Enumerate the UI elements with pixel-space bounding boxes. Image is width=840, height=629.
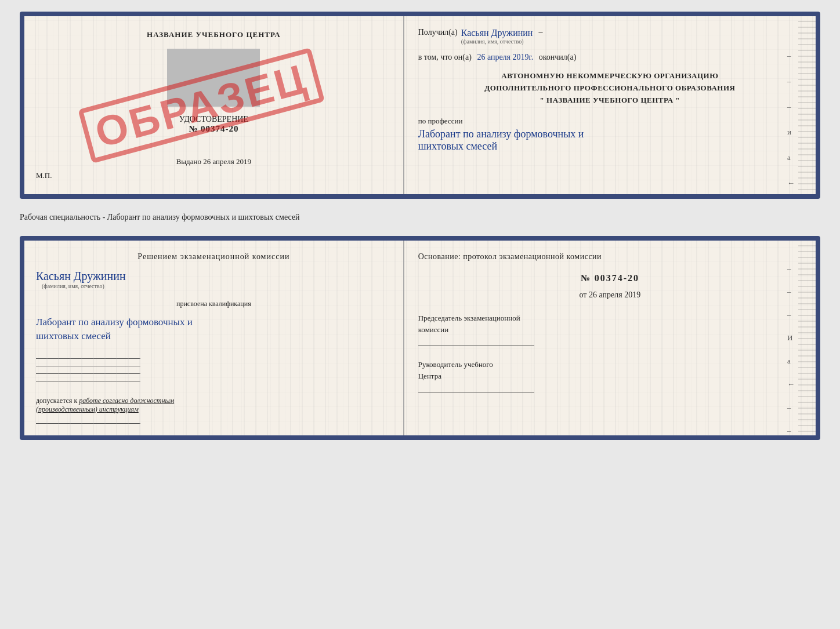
top-doc-right: Получил(а) Касьян Дружинин (фамилия, имя… <box>404 16 816 194</box>
bottom-fio-block: Касьян Дружинин (фамилия, имя, отчество) <box>36 267 392 289</box>
po-prof-label: по профессии <box>418 117 463 125</box>
separator-text: Рабочая специальность - Лаборант по анал… <box>20 208 820 227</box>
rukovoditel-sig-line <box>418 392 534 392</box>
ot-date: от 26 апреля 2019 <box>418 290 802 300</box>
poluchil-name-wrapper: Касьян Дружинин (фамилия, имя, отчество) <box>461 28 533 45</box>
dash-4: и <box>787 128 795 137</box>
dash-3: – <box>787 102 795 111</box>
kvalifikaciya-handwritten: Лаборант по анализу формовочных и шихтов… <box>36 315 392 343</box>
org-line1: АВТОНОМНУЮ НЕКОММЕРЧЕСКУЮ ОРГАНИЗАЦИЮ <box>418 70 802 82</box>
dash-1: – <box>787 51 795 60</box>
poluchil-name: Касьян Дружинин <box>461 28 533 38</box>
vtom-line: в том, что он(а) 26 апреля 2019г. окончи… <box>418 53 802 62</box>
protocol-number: № 00374-20 <box>418 273 802 283</box>
sig-line-4 <box>36 381 140 381</box>
rukovoditel-line2: Центра <box>418 372 441 380</box>
vydano-date: 26 апреля 2019 <box>203 157 251 166</box>
org-line2: ДОПОЛНИТЕЛЬНОГО ПРОФЕССИОНАЛЬНОГО ОБРАЗО… <box>418 82 802 94</box>
rukovoditel-line1: Руководитель учебного <box>418 360 493 369</box>
dash-2: – <box>787 77 795 86</box>
bottom-left-lines <box>36 355 392 381</box>
poluchil-line: Получил(а) Касьян Дружинин (фамилия, имя… <box>418 28 802 45</box>
ot-label: от <box>580 290 587 299</box>
sig-line-3 <box>36 373 140 374</box>
bottom-document: Решением экзаменационной комиссии Касьян… <box>20 236 820 440</box>
br-dash-1: – <box>787 264 795 273</box>
br-dash-3: – <box>787 310 795 319</box>
photo-placeholder <box>167 49 260 107</box>
org-block: АВТОНОМНУЮ НЕКОММЕРЧЕСКУЮ ОРГАНИЗАЦИЮ ДО… <box>418 70 802 106</box>
prof-name-handwritten: Лаборант по анализу формовочных и шихтов… <box>418 128 802 152</box>
vydano-text: Выдано <box>176 157 201 166</box>
top-document: НАЗВАНИЕ УЧЕБНОГО ЦЕНТРА УДОСТОВЕРЕНИЕ №… <box>20 12 820 199</box>
poluchil-label: Получил(а) <box>418 28 458 37</box>
prisvoena-label: присвоена квалификация <box>36 300 392 308</box>
sig-line-bottom <box>36 423 140 424</box>
vtom-date: 26 апреля 2019г. <box>477 53 533 61</box>
dopuskaetsya-block: допускается к работе согласно должностны… <box>36 397 392 414</box>
top-doc-left: НАЗВАНИЕ УЧЕБНОГО ЦЕНТРА УДОСТОВЕРЕНИЕ №… <box>24 16 404 194</box>
br-dash-5: а <box>787 357 795 366</box>
okonchil-label: окончил(а) <box>539 53 577 61</box>
bottom-doc-left: Решением экзаменационной комиссии Касьян… <box>24 241 404 435</box>
predsedatel-line1: Председатель экзаменационной <box>418 314 520 322</box>
po-professii-block: по профессии Лаборант по анализу формово… <box>418 117 802 152</box>
page-wrapper: НАЗВАНИЕ УЧЕБНОГО ЦЕНТРА УДОСТОВЕРЕНИЕ №… <box>20 12 820 440</box>
bottom-right-dashes: – – – И а ← – – – <box>787 264 795 440</box>
right-dashes: – – – и а ← – <box>787 51 795 199</box>
poluchil-dash: – <box>538 28 542 37</box>
br-dash-6: ← <box>787 380 795 389</box>
resheniem-text: Решением экзаменационной комиссии <box>36 252 392 261</box>
bottom-fio: Касьян Дружинин <box>36 270 392 283</box>
org-line3: " НАЗВАНИЕ УЧЕБНОГО ЦЕНТРА " <box>418 94 802 107</box>
br-dash-8: – <box>787 426 795 435</box>
doc-number: № 00374-20 <box>36 124 392 134</box>
predsedatel-sig-line <box>418 346 534 346</box>
rukovoditel-block: Руководитель учебного Центра <box>418 359 802 381</box>
vydano-line: Выдано 26 апреля 2019 <box>36 157 392 166</box>
dopuskaetsya-text: допускается к <box>36 397 77 405</box>
udostoverenie-label: УДОСТОВЕРЕНИЕ <box>36 115 392 124</box>
dash-6: ← <box>787 179 795 188</box>
vtom-label: в том, что он(а) <box>418 53 472 61</box>
poluchil-sublabel: (фамилия, имя, отчество) <box>461 38 524 45</box>
predsedatel-block: Председатель экзаменационной комиссии <box>418 312 802 335</box>
br-dash-7: – <box>787 403 795 412</box>
dash-5: а <box>787 153 795 162</box>
top-school-name: НАЗВАНИЕ УЧЕБНОГО ЦЕНТРА <box>36 30 392 39</box>
sig-line-2 <box>36 366 140 366</box>
mp-label: М.П. <box>36 171 392 180</box>
sig-line-1 <box>36 358 140 359</box>
ot-date-value: 26 апреля 2019 <box>589 290 640 299</box>
osnovanie-text: Основание: протокол экзаменационной коми… <box>418 252 802 261</box>
predsedatel-line2: комиссии <box>418 325 449 334</box>
br-dash-2: – <box>787 287 795 296</box>
bottom-fio-sublabel: (фамилия, имя, отчество) <box>42 283 392 289</box>
br-dash-4: И <box>787 333 795 343</box>
bottom-doc-right: Основание: протокол экзаменационной коми… <box>404 241 816 435</box>
